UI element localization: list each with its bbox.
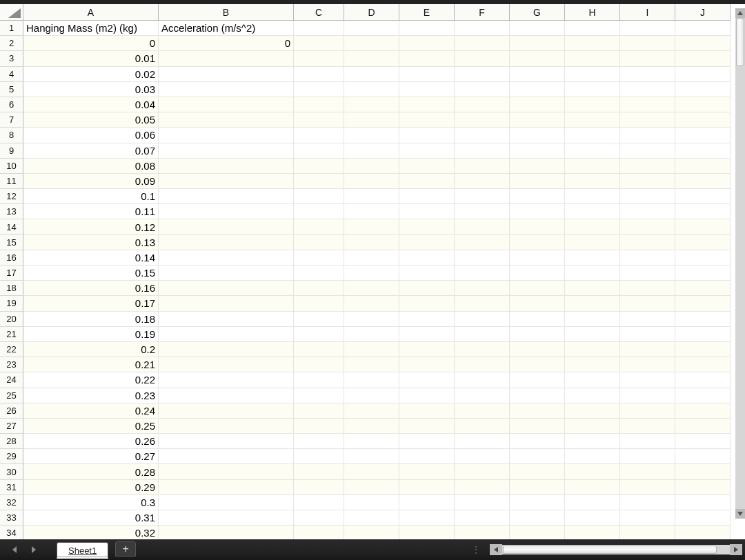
cell-I20[interactable] [620, 312, 675, 327]
cell-G26[interactable] [510, 403, 565, 419]
cell-G9[interactable] [510, 143, 565, 159]
cell-D22[interactable] [344, 342, 399, 357]
tabbar-resize-grip[interactable]: ⋮ [472, 545, 481, 554]
cell-A8[interactable]: 0.06 [23, 128, 159, 143]
cell-H29[interactable] [565, 449, 620, 464]
cell-H2[interactable] [565, 36, 620, 51]
cell-I3[interactable] [620, 51, 675, 66]
cell-F34[interactable] [455, 526, 510, 539]
cell-J2[interactable] [675, 36, 731, 51]
cell-C29[interactable] [294, 449, 344, 464]
cell-D31[interactable] [344, 480, 399, 495]
cell-I17[interactable] [620, 266, 675, 281]
scroll-down-button[interactable] [735, 509, 745, 519]
cell-F16[interactable] [455, 250, 510, 266]
cell-F22[interactable] [455, 342, 510, 357]
cell-J15[interactable] [675, 235, 731, 250]
cell-I29[interactable] [620, 449, 675, 464]
cell-H27[interactable] [565, 419, 620, 434]
cell-C21[interactable] [294, 327, 344, 342]
cell-B10[interactable] [159, 159, 294, 174]
cell-J27[interactable] [675, 419, 731, 434]
cell-F29[interactable] [455, 449, 510, 464]
row-header-5[interactable]: 5 [0, 82, 23, 97]
column-header-A[interactable]: A [23, 4, 159, 21]
cell-E21[interactable] [399, 327, 455, 342]
cell-C2[interactable] [294, 36, 344, 51]
row-header-7[interactable]: 7 [0, 112, 23, 128]
cell-A34[interactable]: 0.32 [23, 526, 159, 539]
column-header-E[interactable]: E [399, 4, 455, 21]
row-header-1[interactable]: 1 [0, 21, 23, 36]
cell-F18[interactable] [455, 281, 510, 296]
cell-H26[interactable] [565, 403, 620, 419]
cell-D25[interactable] [344, 388, 399, 403]
cell-A32[interactable]: 0.3 [23, 495, 159, 510]
cell-C30[interactable] [294, 464, 344, 479]
horizontal-scroll-thumb[interactable] [503, 546, 717, 554]
cell-D10[interactable] [344, 159, 399, 174]
cell-C22[interactable] [294, 342, 344, 357]
scroll-up-button[interactable] [735, 8, 745, 18]
cell-D9[interactable] [344, 143, 399, 159]
cell-E26[interactable] [399, 403, 455, 419]
cell-I26[interactable] [620, 403, 675, 419]
cell-E6[interactable] [399, 97, 455, 112]
cell-D34[interactable] [344, 526, 399, 539]
cell-I32[interactable] [620, 495, 675, 510]
cell-H7[interactable] [565, 112, 620, 128]
cell-B28[interactable] [159, 434, 294, 449]
cell-A9[interactable]: 0.07 [23, 143, 159, 159]
cell-B2[interactable]: 0 [159, 36, 294, 51]
cell-B34[interactable] [159, 526, 294, 539]
cell-D15[interactable] [344, 235, 399, 250]
cell-E28[interactable] [399, 434, 455, 449]
cell-G20[interactable] [510, 312, 565, 327]
cell-E4[interactable] [399, 67, 455, 82]
cell-I2[interactable] [620, 36, 675, 51]
cell-A20[interactable]: 0.18 [23, 312, 159, 327]
cell-F19[interactable] [455, 296, 510, 311]
cell-E2[interactable] [399, 36, 455, 51]
cell-A1[interactable]: Hanging Mass (m2) (kg) [23, 21, 159, 36]
cell-H3[interactable] [565, 51, 620, 66]
cell-G4[interactable] [510, 67, 565, 82]
cell-B30[interactable] [159, 464, 294, 479]
cell-B12[interactable] [159, 189, 294, 204]
cell-J28[interactable] [675, 434, 731, 449]
cell-A21[interactable]: 0.19 [23, 327, 159, 342]
cell-B17[interactable] [159, 266, 294, 281]
cell-C14[interactable] [294, 219, 344, 234]
cell-H20[interactable] [565, 312, 620, 327]
cell-B22[interactable] [159, 342, 294, 357]
cell-A15[interactable]: 0.13 [23, 235, 159, 250]
cell-B15[interactable] [159, 235, 294, 250]
cell-I22[interactable] [620, 342, 675, 357]
cell-H34[interactable] [565, 526, 620, 539]
cell-H17[interactable] [565, 266, 620, 281]
cell-F6[interactable] [455, 97, 510, 112]
cell-E23[interactable] [399, 357, 455, 372]
cell-G8[interactable] [510, 128, 565, 143]
cell-B16[interactable] [159, 250, 294, 266]
cell-J18[interactable] [675, 281, 731, 296]
cell-J26[interactable] [675, 403, 731, 419]
cell-G29[interactable] [510, 449, 565, 464]
cell-E5[interactable] [399, 82, 455, 97]
cell-E17[interactable] [399, 266, 455, 281]
cell-D8[interactable] [344, 128, 399, 143]
cell-G12[interactable] [510, 189, 565, 204]
cell-H33[interactable] [565, 510, 620, 526]
cell-J29[interactable] [675, 449, 731, 464]
row-header-20[interactable]: 20 [0, 312, 23, 327]
cell-F17[interactable] [455, 266, 510, 281]
cell-E1[interactable] [399, 21, 455, 36]
cell-F23[interactable] [455, 357, 510, 372]
cell-I7[interactable] [620, 112, 675, 128]
cell-F24[interactable] [455, 372, 510, 388]
cell-J21[interactable] [675, 327, 731, 342]
cell-H30[interactable] [565, 464, 620, 479]
cell-D21[interactable] [344, 327, 399, 342]
cell-D26[interactable] [344, 403, 399, 419]
cell-H21[interactable] [565, 327, 620, 342]
